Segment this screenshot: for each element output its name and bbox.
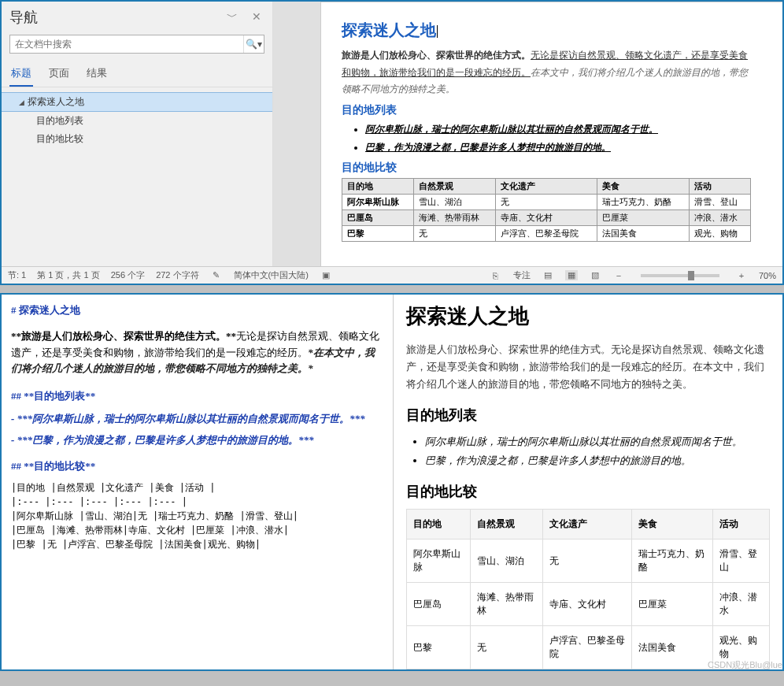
list-item: 巴黎，作为浪漫之都，巴黎是许多人梦想中的旅游目的地。: [425, 451, 770, 469]
markdown-compare: # 探索迷人之地 **旅游是人们放松身心、探索世界的绝佳方式。**无论是探访自然…: [0, 293, 784, 671]
render-table: 目的地自然景观文化遗产美食活动 阿尔卑斯山脉雪山、湖泊无瑞士巧克力、奶酪滑雪、登…: [406, 509, 770, 669]
search-box: 🔍▾: [9, 35, 264, 54]
tab-headings[interactable]: 标题: [9, 63, 33, 87]
doc-heading-1: 探索迷人之地: [342, 20, 751, 41]
read-mode-icon[interactable]: ▤: [542, 270, 554, 280]
nav-tree: ◢ 探索迷人之地 目的地列表 目的地比较: [2, 87, 272, 284]
zoom-out-icon[interactable]: −: [612, 271, 625, 280]
table-header: 自然景观: [470, 510, 543, 540]
status-chars[interactable]: 272 个字符: [156, 269, 198, 281]
table-header: 文化遗产: [495, 179, 597, 195]
md-h2: ## **目的地列表**: [11, 388, 383, 405]
table-row: 巴黎无卢浮宫、巴黎圣母院法国美食观光、购物: [342, 226, 751, 242]
doc-table: 目的地自然景观文化遗产美食活动 阿尔卑斯山脉雪山、湖泊无瑞士巧克力、奶酪滑雪、登…: [342, 178, 751, 242]
print-layout-icon[interactable]: ▦: [565, 270, 578, 280]
tab-results[interactable]: 结果: [85, 63, 109, 87]
table-header: 目的地: [342, 179, 414, 195]
status-words[interactable]: 256 个字: [111, 269, 145, 281]
watermark: CSDN观光Blu@lue: [708, 659, 782, 669]
focus-mode-icon[interactable]: ⎘: [490, 271, 502, 280]
tree-child[interactable]: 目的地比较: [2, 130, 272, 148]
md-list-item: - ***阿尔卑斯山脉，瑞士的阿尔卑斯山脉以其壮丽的自然景观而闻名于世。***: [11, 411, 383, 428]
zoom-slider[interactable]: [641, 274, 719, 277]
table-row: 巴厘岛海滩、热带雨林寺庙、文化村巴厘菜冲浪、潜水: [407, 583, 770, 626]
doc-paragraph: 旅游是人们放松身心、探索世界的绝佳方式。无论是探访自然景观、领略文化遗产，还是享…: [342, 47, 751, 98]
list-item: 阿尔卑斯山脉，瑞士的阿尔卑斯山脉以其壮丽的自然景观而闻名于世。: [425, 432, 770, 451]
doc-heading-2: 目的地列表: [342, 103, 751, 117]
table-row: 阿尔卑斯山脉雪山、湖泊无瑞士巧克力、奶酪滑雪、登山: [407, 540, 770, 583]
status-language[interactable]: 简体中文(中国大陆): [234, 269, 309, 281]
status-focus[interactable]: 专注: [513, 269, 531, 281]
search-input[interactable]: [10, 35, 243, 53]
table-header: 自然景观: [414, 179, 496, 195]
render-h2: 目的地比较: [406, 482, 770, 501]
zoom-in-icon[interactable]: +: [735, 271, 748, 280]
render-h1: 探索迷人之地: [406, 302, 770, 330]
nav-title: 导航: [9, 8, 38, 27]
collapse-icon[interactable]: ◢: [19, 98, 24, 106]
tree-root[interactable]: ◢ 探索迷人之地: [2, 92, 272, 112]
status-bar: 节: 1 第 1 页，共 1 页 256 个字 272 个字符 ✎ 简体中文(中…: [2, 266, 782, 284]
tree-child[interactable]: 目的地列表: [2, 112, 272, 130]
table-header: 美食: [632, 510, 713, 540]
doc-heading-2: 目的地比较: [342, 161, 751, 175]
document-page[interactable]: 探索迷人之地 旅游是人们放松身心、探索世界的绝佳方式。无论是探访自然景观、领略文…: [320, 2, 782, 269]
close-icon[interactable]: ✕: [252, 10, 261, 24]
status-section[interactable]: 节: 1: [8, 269, 26, 281]
nav-tabs: 标题 页面 结果: [2, 58, 272, 87]
render-h2: 目的地列表: [406, 406, 770, 425]
status-page[interactable]: 第 1 页，共 1 页: [37, 269, 99, 281]
markdown-render-pane: 探索迷人之地 旅游是人们放松身心、探索世界的绝佳方式。无论是探访自然景观、领略文…: [394, 295, 782, 669]
text-cursor: [437, 25, 438, 38]
md-h1: # 探索迷人之地: [11, 302, 383, 319]
markdown-source-pane: # 探索迷人之地 **旅游是人们放松身心、探索世界的绝佳方式。**无论是探访自然…: [2, 295, 394, 669]
table-header: 文化遗产: [543, 510, 632, 540]
table-header: 美食: [597, 179, 689, 195]
web-layout-icon[interactable]: ▧: [589, 270, 601, 280]
render-paragraph: 旅游是人们放松身心、探索世界的绝佳方式。无论是探访自然景观、领略文化遗产，还是享…: [406, 341, 770, 393]
table-row: 巴厘岛海滩、热带雨林寺庙、文化村巴厘菜冲浪、潜水: [342, 210, 751, 226]
zoom-level[interactable]: 70%: [759, 271, 776, 280]
word-window: 导航 ﹀ ✕ 🔍▾ 标题 页面 结果 ◢ 探索迷人之地 目的地列表 目的地比较: [0, 0, 784, 285]
md-list-item: - ***巴黎，作为浪漫之都，巴黎是许多人梦想中的旅游目的地。***: [11, 432, 383, 449]
table-row: 阿尔卑斯山脉雪山、湖泊无瑞士巧克力、奶酪滑雪、登山: [342, 195, 751, 210]
table-header: 活动: [689, 179, 750, 195]
table-header: 目的地: [407, 510, 471, 540]
chevron-down-icon[interactable]: ﹀: [227, 10, 238, 24]
md-h2: ## **目的地比较**: [11, 458, 383, 475]
tab-pages[interactable]: 页面: [47, 63, 71, 87]
table-header: 活动: [713, 510, 770, 540]
md-table-raw: |目的地 |自然景观 |文化遗产 |美食 |活动 | |:--- |:--- |…: [11, 480, 383, 551]
md-paragraph: **旅游是人们放松身心、探索世界的绝佳方式。**无论是探访自然景观、领略文化遗产…: [11, 328, 383, 377]
accessibility-icon[interactable]: ▣: [320, 270, 332, 280]
document-area: 探索迷人之地 旅游是人们放松身心、探索世界的绝佳方式。无论是探访自然景观、领略文…: [273, 2, 782, 284]
nav-header: 导航 ﹀ ✕: [2, 2, 272, 30]
spellcheck-icon[interactable]: ✎: [210, 270, 223, 280]
doc-list: 阿尔卑斯山脉，瑞士的阿尔卑斯山脉以其壮丽的自然景观而闻名于世。 巴黎，作为浪漫之…: [342, 121, 751, 157]
navigation-pane: 导航 ﹀ ✕ 🔍▾ 标题 页面 结果 ◢ 探索迷人之地 目的地列表 目的地比较: [2, 2, 273, 284]
render-list: 阿尔卑斯山脉，瑞士的阿尔卑斯山脉以其壮丽的自然景观而闻名于世。 巴黎，作为浪漫之…: [406, 432, 770, 469]
search-icon[interactable]: 🔍▾: [243, 35, 264, 53]
